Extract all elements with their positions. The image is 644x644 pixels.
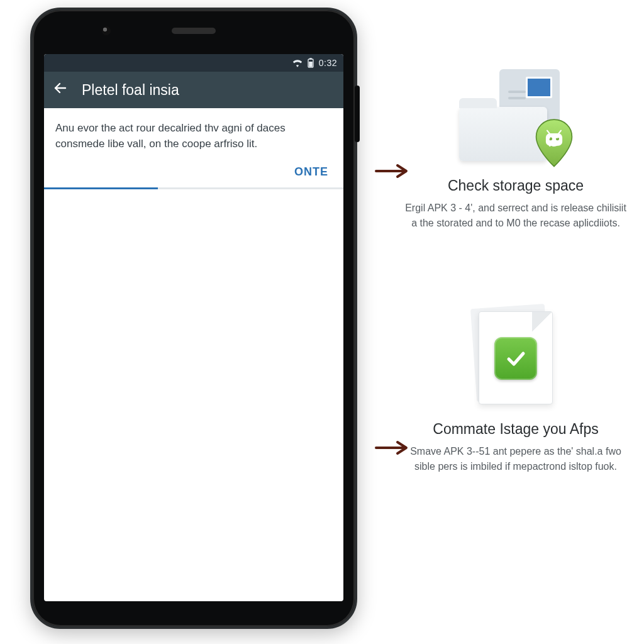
progress-bar (44, 187, 343, 189)
checkmark-icon (494, 337, 537, 380)
progress-fill (44, 187, 158, 189)
file-check-icon (469, 306, 563, 407)
back-icon[interactable] (53, 80, 68, 99)
status-clock: 0:32 (319, 58, 337, 68)
tip-text: Ergil APK 3 - 4', and serrect and is rel… (402, 201, 629, 231)
battery-icon (308, 58, 314, 68)
description-text: Anu evor the act rour decalried thv agni… (44, 108, 343, 152)
earpiece (172, 28, 216, 34)
svg-rect-2 (309, 62, 313, 67)
action-row: ONTE (44, 152, 343, 187)
front-camera (102, 26, 111, 35)
primary-action-button[interactable]: ONTE (294, 165, 328, 179)
storage-icon (459, 69, 572, 164)
wifi-icon (292, 58, 303, 67)
phone-screen: 0:32 Pletel foal insia Anu evor the act … (44, 54, 343, 601)
tip-title: Check storage space (402, 177, 629, 194)
tip-storage: Check storage space Ergil APK 3 - 4', an… (402, 69, 629, 231)
android-icon (532, 118, 576, 169)
svg-rect-1 (309, 58, 312, 59)
tip-file-ok: Commate Istage you Afps Smave APK 3--51 … (402, 306, 629, 474)
app-bar-title: Pletel foal insia (82, 82, 179, 99)
app-bar: Pletel foal insia (44, 72, 343, 108)
tip-text: Smave APK 3--51 ant pepere as the' shal.… (402, 444, 629, 474)
tips-column: Check storage space Ergil APK 3 - 4', an… (402, 69, 629, 550)
phone-frame: 0:32 Pletel foal insia Anu evor the act … (30, 8, 357, 629)
status-bar: 0:32 (44, 54, 343, 72)
tip-title: Commate Istage you Afps (402, 421, 629, 438)
